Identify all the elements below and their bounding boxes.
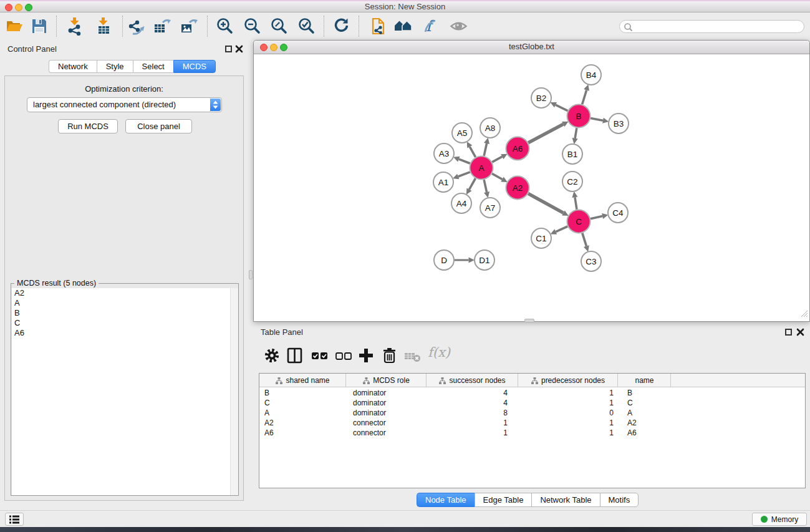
refresh-icon[interactable] — [332, 17, 351, 36]
graph-edge-A-A3[interactable] — [459, 159, 470, 163]
memory-button[interactable]: Memory — [752, 513, 807, 526]
tab-edge-table[interactable]: Edge Table — [475, 493, 532, 507]
table-row[interactable]: Bdominator41B — [259, 388, 805, 398]
network-window-titlebar[interactable]: testGlobe.txt — [254, 41, 809, 54]
window-resize-grip[interactable] — [799, 309, 808, 320]
graph-node-label: B2 — [536, 94, 547, 103]
close-window-button[interactable] — [5, 4, 12, 11]
table-settings-gear-icon[interactable] — [264, 347, 281, 364]
graph-edge-C-C4[interactable] — [591, 216, 602, 219]
float-panel-icon[interactable] — [225, 46, 232, 52]
save-session-icon[interactable] — [30, 17, 49, 36]
vertical-splitter-handle[interactable] — [249, 270, 253, 279]
table-row[interactable]: Cdominator41C — [259, 398, 805, 408]
maximize-window-button[interactable] — [25, 4, 32, 11]
graph-edge-A-A4[interactable] — [469, 178, 475, 190]
graph-edge-B-B4[interactable] — [582, 90, 587, 104]
open-session-icon[interactable] — [5, 17, 24, 36]
tab-select[interactable]: Select — [133, 60, 173, 73]
tab-node-table[interactable]: Node Table — [417, 493, 475, 507]
float-table-panel-icon[interactable] — [785, 329, 792, 336]
zoom-selected-icon[interactable] — [297, 17, 316, 36]
graph-node-label: B3 — [614, 119, 624, 128]
close-panel-button[interactable]: Close panel — [125, 119, 192, 133]
add-column-icon[interactable] — [357, 347, 375, 364]
export-table-icon[interactable] — [153, 17, 171, 36]
minimize-network-button[interactable] — [270, 44, 277, 51]
memory-label: Memory — [771, 515, 798, 524]
table-row[interactable]: A2connector11A2 — [259, 418, 805, 428]
graph-node-label: C3 — [586, 257, 596, 266]
graph-edge-A-A7[interactable] — [484, 180, 486, 192]
graph-edge-B-B1[interactable] — [575, 128, 577, 138]
import-table-icon[interactable] — [94, 17, 113, 36]
mcds-result-item[interactable]: B — [12, 308, 238, 318]
graph-edge-C-C3[interactable] — [582, 233, 587, 246]
mcds-result-item[interactable]: C — [12, 318, 238, 328]
delete-table-icon[interactable] — [403, 347, 421, 364]
graph-edge-A6-B[interactable] — [528, 124, 563, 143]
main-toolbar: f — [0, 13, 810, 40]
show-graphics-eye-icon[interactable] — [450, 17, 468, 36]
mcds-result-item[interactable]: A — [12, 298, 238, 308]
export-network-icon[interactable] — [127, 17, 145, 36]
network-graph-canvas[interactable]: B4B2BB3A8A5A6A3B1AC2A1A2A4A7C4CC1C3DD1 — [254, 54, 810, 318]
graph-edge-A-A5[interactable] — [470, 147, 475, 157]
desktop-background-strip — [0, 527, 810, 532]
graph-node-label: D1 — [479, 256, 489, 265]
graph-edge-A-A8[interactable] — [484, 143, 486, 156]
column-header-shared-name[interactable]: shared name — [259, 374, 346, 387]
export-image-icon[interactable] — [180, 17, 198, 36]
graph-edge-A-A2[interactable] — [492, 173, 502, 179]
search-input[interactable] — [619, 20, 804, 33]
graph-node-label: A1 — [438, 178, 449, 187]
deselect-all-icon[interactable] — [335, 347, 352, 364]
hide-fn-icon[interactable]: f — [421, 17, 440, 36]
mcds-result-item[interactable]: A6 — [12, 328, 238, 338]
run-mcds-button[interactable]: Run MCDS — [58, 119, 118, 133]
import-network-icon[interactable] — [65, 17, 84, 36]
graph-edge-B-B3[interactable] — [591, 118, 603, 121]
tab-motifs[interactable]: Motifs — [600, 493, 639, 507]
close-network-button[interactable] — [260, 44, 268, 51]
column-header-successor-nodes[interactable]: successor nodes — [427, 374, 518, 387]
minimize-window-button[interactable] — [15, 4, 22, 11]
table-toolbar: f(x) — [253, 342, 810, 369]
task-history-button[interactable] — [5, 513, 24, 526]
scrollbar-track[interactable] — [230, 288, 238, 495]
criterion-dropdown[interactable]: largest connected component (directed) — [27, 97, 222, 112]
column-header-mcds-role[interactable]: MCDS role — [346, 374, 427, 387]
zoom-fit-icon[interactable] — [270, 17, 289, 36]
delete-column-trash-icon[interactable] — [381, 347, 398, 364]
close-table-panel-icon[interactable] — [796, 327, 804, 339]
column-layout-icon[interactable] — [286, 347, 304, 364]
graph-edge-A2-C[interactable] — [528, 193, 563, 213]
function-builder-button[interactable]: f(x) — [428, 345, 450, 360]
graph-edge-A-A6[interactable] — [492, 157, 502, 162]
node-table[interactable]: shared name MCDS role successor nodes pr… — [259, 373, 806, 488]
table-row[interactable]: Adominator80A — [259, 408, 805, 418]
mcds-result-list[interactable]: A2ABCA6 — [12, 288, 238, 495]
mcds-result-item[interactable]: A2 — [12, 288, 238, 298]
tab-mcds[interactable]: MCDS — [173, 60, 216, 73]
column-header-predecessor-nodes[interactable]: predecessor nodes — [518, 374, 618, 387]
graph-edge-C-C1[interactable] — [556, 226, 567, 232]
maximize-network-button[interactable] — [280, 44, 287, 51]
graph-edge-A-A1[interactable] — [458, 172, 470, 177]
select-all-icon[interactable] — [311, 347, 329, 364]
table-row[interactable]: A6connector11A6 — [259, 428, 805, 438]
graph-edge-C-C2[interactable] — [575, 197, 577, 210]
zoom-in-icon[interactable] — [216, 17, 234, 36]
network-from-file-icon[interactable] — [369, 17, 388, 36]
table-panel-tabs: Node Table Edge Table Network Table Moti… — [417, 493, 639, 507]
home-icon[interactable] — [394, 17, 413, 36]
tab-network[interactable]: Network — [49, 60, 97, 73]
graph-edge-B-B2[interactable] — [556, 105, 567, 110]
close-panel-icon[interactable] — [235, 44, 243, 56]
column-header-name[interactable]: name — [618, 374, 671, 387]
zoom-out-icon[interactable] — [243, 17, 262, 36]
tab-network-table[interactable]: Network Table — [531, 493, 599, 507]
table-cell: A6 — [627, 428, 637, 438]
column-type-icon — [531, 377, 538, 384]
tab-style[interactable]: Style — [97, 60, 133, 73]
